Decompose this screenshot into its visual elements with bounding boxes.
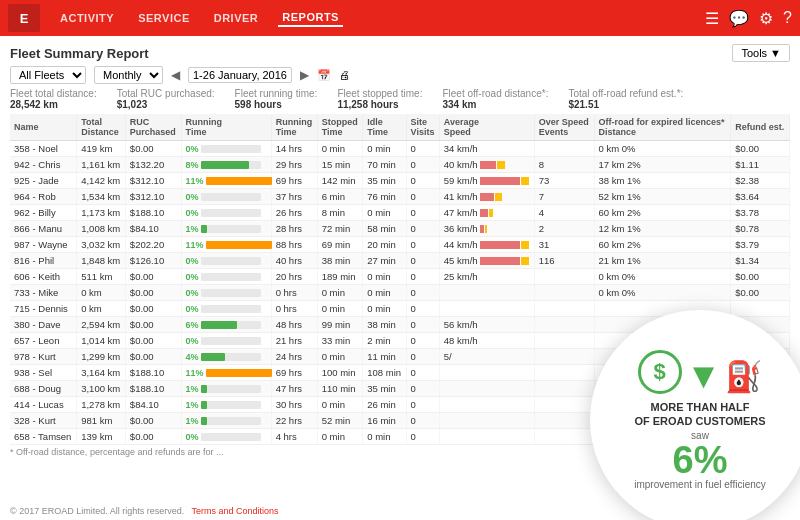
cell-overspeed — [534, 397, 594, 413]
stat-total-distance: Fleet total distance: 28,542 km — [10, 88, 97, 110]
cell-visits: 0 — [406, 365, 439, 381]
calendar-icon[interactable]: 📅 — [317, 69, 331, 82]
table-row: 816 - Phil 1,848 km $126.10 0% 40 hrs 38… — [10, 253, 790, 269]
cell-stopped: 0 min — [317, 285, 363, 301]
promo-main-text: MORE THAN HALFOF EROAD CUSTOMERS — [634, 400, 765, 429]
cell-stopped: 0 min — [317, 397, 363, 413]
help-icon[interactable]: ? — [783, 9, 792, 27]
col-speed[interactable]: AverageSpeed — [439, 114, 534, 141]
col-offroad-dist[interactable]: Off-road for expired licences*Distance — [594, 114, 731, 141]
col-name[interactable]: Name — [10, 114, 77, 141]
cell-prog-bar: 1% — [181, 397, 271, 413]
col-distance[interactable]: TotalDistance — [77, 114, 126, 141]
cell-prog-bar: 1% — [181, 381, 271, 397]
cell-overspeed: 7 — [534, 189, 594, 205]
message-icon[interactable]: 💬 — [729, 9, 749, 28]
cell-visits: 0 — [406, 285, 439, 301]
prev-arrow[interactable]: ◀ — [171, 68, 180, 82]
cell-speed — [439, 365, 534, 381]
col-ruc[interactable]: RUCPurchased — [125, 114, 181, 141]
circle-icons: $ ▼ ⛽ — [638, 350, 763, 394]
cell-running: 88 hrs — [271, 237, 317, 253]
nav-reports[interactable]: REPORTS — [278, 9, 343, 27]
col-stopped[interactable]: StoppedTime — [317, 114, 363, 141]
cell-name: 657 - Leon — [10, 333, 77, 349]
cell-idle: 108 min — [363, 365, 406, 381]
nav-right-icons: ☰ 💬 ⚙ ? — [705, 9, 792, 28]
cell-stopped: 0 min — [317, 301, 363, 317]
copyright-text: © 2017 EROAD Limited. All rights reserve… — [10, 506, 184, 516]
promo-sub-text: improvement in fuel efficiency — [634, 479, 766, 490]
cell-ruc: $0.00 — [125, 429, 181, 445]
cell-overspeed — [534, 333, 594, 349]
col-visits[interactable]: SiteVisits — [406, 114, 439, 141]
cell-visits: 0 — [406, 141, 439, 157]
settings-icon[interactable]: ⚙ — [759, 9, 773, 28]
cell-speed: 45 km/h — [439, 253, 534, 269]
table-row: 962 - Billy 1,173 km $188.10 0% 26 hrs 8… — [10, 205, 790, 221]
nav-service[interactable]: SERVICE — [134, 10, 194, 26]
table-row: 964 - Rob 1,534 km $312.10 0% 37 hrs 6 m… — [10, 189, 790, 205]
nav-driver[interactable]: DRIVER — [210, 10, 263, 26]
cell-overspeed: 8 — [534, 157, 594, 173]
cell-running: 21 hrs — [271, 333, 317, 349]
cell-prog-bar: 0% — [181, 141, 271, 157]
terms-link[interactable]: Terms and Conditions — [192, 506, 279, 516]
summary-stats: Fleet total distance: 28,542 km Total RU… — [10, 88, 790, 110]
cell-visits: 0 — [406, 333, 439, 349]
cell-ruc: $188.10 — [125, 205, 181, 221]
page-footer: © 2017 EROAD Limited. All rights reserve… — [10, 506, 279, 516]
cell-idle: 70 min — [363, 157, 406, 173]
cell-prog-bar: 1% — [181, 413, 271, 429]
fleet-filter[interactable]: All Fleets — [10, 66, 86, 84]
cell-offroad-dist: 12 km 1% — [594, 221, 731, 237]
nav-activity[interactable]: ACTIVITY — [56, 10, 118, 26]
cell-stopped: 0 min — [317, 141, 363, 157]
col-running-bar[interactable]: RunningTime — [181, 114, 271, 141]
tools-button[interactable]: Tools ▼ — [732, 44, 790, 62]
cell-overspeed: 116 — [534, 253, 594, 269]
offroad-value: 334 km — [442, 99, 548, 110]
cell-prog-bar: 0% — [181, 333, 271, 349]
cell-distance: 511 km — [77, 269, 126, 285]
date-range[interactable]: 1-26 January, 2016 — [188, 67, 292, 83]
col-idle[interactable]: IdleTime — [363, 114, 406, 141]
cell-ruc: $132.20 — [125, 157, 181, 173]
cell-visits: 0 — [406, 173, 439, 189]
cell-prog-bar: 8% — [181, 157, 271, 173]
cell-prog-bar: 0% — [181, 429, 271, 445]
col-running-hrs[interactable]: RunningTime — [271, 114, 317, 141]
next-arrow[interactable]: ▶ — [300, 68, 309, 82]
period-filter[interactable]: Monthly — [94, 66, 163, 84]
cell-prog-bar: 0% — [181, 301, 271, 317]
cell-running: 69 hrs — [271, 365, 317, 381]
cell-overspeed — [534, 365, 594, 381]
top-navigation: E ACTIVITY SERVICE DRIVER REPORTS ☰ 💬 ⚙ … — [0, 0, 800, 36]
cell-prog-bar: 1% — [181, 221, 271, 237]
cell-stopped: 0 min — [317, 349, 363, 365]
cell-idle: 2 min — [363, 333, 406, 349]
table-row: 358 - Noel 419 km $0.00 0% 14 hrs 0 min … — [10, 141, 790, 157]
cell-distance: 139 km — [77, 429, 126, 445]
col-offroad-refund[interactable]: Refund est. — [731, 114, 790, 141]
cell-distance: 1,014 km — [77, 333, 126, 349]
stat-stopped-time: Fleet stopped time: 11,258 hours — [337, 88, 422, 110]
col-overspeed[interactable]: Over SpeedEvents — [534, 114, 594, 141]
cell-name: 978 - Kurt — [10, 349, 77, 365]
stat-offroad-refund: Total off-road refund est.*: $21.51 — [568, 88, 683, 110]
list-icon[interactable]: ☰ — [705, 9, 719, 28]
cell-distance: 1,534 km — [77, 189, 126, 205]
cell-running: 20 hrs — [271, 269, 317, 285]
cell-speed: 36 km/h — [439, 221, 534, 237]
cell-running: 22 hrs — [271, 413, 317, 429]
cell-name: 414 - Lucas — [10, 397, 77, 413]
print-icon[interactable]: 🖨 — [339, 69, 350, 81]
cell-running: 4 hrs — [271, 429, 317, 445]
cell-name: 715 - Dennis — [10, 301, 77, 317]
cell-speed: 59 km/h — [439, 173, 534, 189]
cell-ruc: $0.00 — [125, 413, 181, 429]
cell-speed: 40 km/h — [439, 157, 534, 173]
cell-name: 688 - Doug — [10, 381, 77, 397]
cell-idle: 0 min — [363, 205, 406, 221]
cell-stopped: 72 min — [317, 221, 363, 237]
